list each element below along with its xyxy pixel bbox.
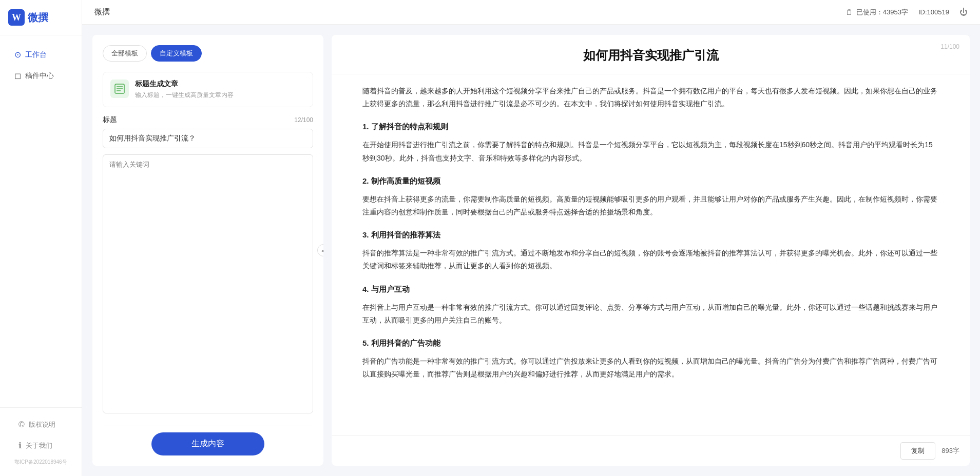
title-input[interactable] <box>103 129 313 148</box>
article-paragraph: 在开始使用抖音进行推广引流之前，你需要了解抖音的特点和规则。抖音是一个短视频分享… <box>362 138 939 164</box>
sidebar-item-workbench[interactable]: ⊙ 工作台 <box>4 45 78 65</box>
keywords-input[interactable] <box>103 154 313 413</box>
article-title: 如何用抖音实现推广引流 <box>362 47 939 64</box>
article-paragraph: 抖音的推荐算法是一种非常有效的推广引流方式。通过不断地发布和分享自己的短视频，你… <box>362 247 939 272</box>
sidebar-item-label-drafts: 稿件中心 <box>25 71 54 81</box>
svg-text:W: W <box>12 12 21 23</box>
sidebar-item-label-about: 关于我们 <box>26 441 52 450</box>
sidebar-nav: ⊙ 工作台 ◻ 稿件中心 <box>0 35 82 407</box>
form-section: 标题 12/100 生成内容 <box>103 115 313 455</box>
article-paragraph: 随着抖音的普及，越来越多的人开始利用这个短视频分享平台来推广自己的产品或服务。抖… <box>362 85 939 110</box>
article-heading: 5. 利用抖音的广告功能 <box>362 336 939 350</box>
article-heading: 1. 了解抖音的特点和规则 <box>362 120 939 133</box>
logo-icon: W <box>8 9 25 26</box>
workbench-icon: ⊙ <box>14 50 21 60</box>
about-icon: ℹ <box>18 441 22 450</box>
template-card-description: 输入标题，一键生成高质量文章内容 <box>135 91 234 100</box>
collapse-button[interactable]: ◀ <box>317 244 323 256</box>
sidebar-item-label-workbench: 工作台 <box>25 50 47 60</box>
right-panel: 如何用抖音实现推广引流 11/100 随着抖音的普及，越来越多的人开始利用这个短… <box>332 35 970 466</box>
title-char-count: 12/100 <box>294 116 313 124</box>
usage-label: 已使用：43953字 <box>856 8 908 17</box>
drafts-icon: ◻ <box>14 71 21 81</box>
page-indicator: 11/100 <box>940 43 959 50</box>
template-card[interactable]: 标题生成文章 输入标题，一键生成高质量文章内容 <box>103 72 313 107</box>
word-count: 893字 <box>941 446 959 455</box>
template-card-info: 标题生成文章 输入标题，一键生成高质量文章内容 <box>135 80 234 100</box>
article-paragraph: 在抖音上与用户互动是一种非常有效的推广引流方式。你可以通过回复评论、点赞、分享等… <box>362 301 939 327</box>
template-card-icon <box>110 80 129 98</box>
power-button[interactable]: ⏻ <box>959 8 968 17</box>
usage-icon: 🗒 <box>846 8 853 16</box>
logo-area: W 微撰 <box>0 0 82 35</box>
generate-button[interactable]: 生成内容 <box>151 432 264 455</box>
divider <box>103 426 313 426</box>
content-area: 全部模板 自定义模板 标题生成文章 输入标题，一键生成高质量文章内容 <box>82 25 980 476</box>
topbar-title: 微撰 <box>94 7 110 17</box>
sidebar-item-drafts[interactable]: ◻ 稿件中心 <box>4 66 78 86</box>
template-tabs: 全部模板 自定义模板 <box>103 45 313 62</box>
main-area: 微撰 🗒 已使用：43953字 ID:100519 ⏻ 全部模板 自定义模板 <box>82 0 980 476</box>
user-id: ID:100519 <box>918 8 949 16</box>
copy-button[interactable]: 复制 <box>900 442 935 460</box>
article-heading: 2. 制作高质量的短视频 <box>362 174 939 188</box>
topbar: 微撰 🗒 已使用：43953字 ID:100519 ⏻ <box>82 0 980 25</box>
beian-text: 鄂ICP备2022018946号 <box>4 457 78 470</box>
article-paragraph: 抖音的广告功能是一种非常有效的推广引流方式。你可以通过广告投放来让更多的人看到你… <box>362 355 939 381</box>
copyright-icon: © <box>18 420 25 429</box>
template-card-title: 标题生成文章 <box>135 80 234 89</box>
topbar-right: 🗒 已使用：43953字 ID:100519 ⏻ <box>846 8 968 17</box>
form-label-title: 标题 12/100 <box>103 115 313 125</box>
sidebar-item-copyright[interactable]: © 版权说明 <box>8 415 73 434</box>
usage-info: 🗒 已使用：43953字 <box>846 8 908 17</box>
article-heading: 3. 利用抖音的推荐算法 <box>362 228 939 242</box>
app-name: 微撰 <box>28 11 48 25</box>
sidebar-item-label-copyright: 版权说明 <box>29 420 55 429</box>
title-label: 标题 <box>103 115 117 125</box>
tab-custom-templates[interactable]: 自定义模板 <box>151 45 202 62</box>
article-footer: 复制 893字 <box>332 435 970 466</box>
tab-all-templates[interactable]: 全部模板 <box>103 45 147 62</box>
article-header: 如何用抖音实现推广引流 11/100 <box>332 35 970 74</box>
article-heading: 4. 与用户互动 <box>362 282 939 296</box>
left-panel: 全部模板 自定义模板 标题生成文章 输入标题，一键生成高质量文章内容 <box>92 35 323 466</box>
article-body: 随着抖音的普及，越来越多的人开始利用这个短视频分享平台来推广自己的产品或服务。抖… <box>332 74 970 435</box>
sidebar-bottom: © 版权说明 ℹ 关于我们 鄂ICP备2022018946号 <box>0 407 82 476</box>
sidebar: W 微撰 ⊙ 工作台 ◻ 稿件中心 © 版权说明 ℹ 关于我们 鄂ICP备202… <box>0 0 82 476</box>
sidebar-item-about[interactable]: ℹ 关于我们 <box>8 435 73 455</box>
article-paragraph: 要想在抖音上获得更多的流量，你需要制作高质量的短视频。高质量的短视频能够吸引更多… <box>362 193 939 219</box>
